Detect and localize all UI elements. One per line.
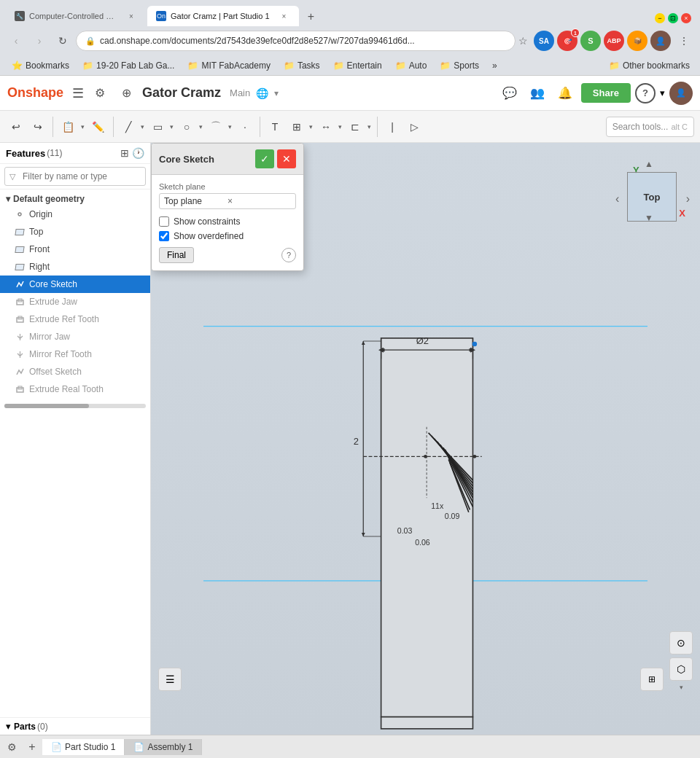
point-tool-button[interactable]: · [235, 115, 255, 138]
user-avatar[interactable]: 👤 [650, 31, 671, 51]
line-tool-arrow[interactable]: ▾ [139, 122, 146, 132]
feature-extrude-jaw[interactable]: Extrude Jaw [0, 293, 150, 310]
hamburger-menu-icon[interactable]: ☰ [72, 85, 84, 101]
profile-red-button[interactable]: 1 🎯 [557, 31, 578, 51]
cube-arrow-down[interactable]: ▼ [645, 213, 653, 223]
new-tab-button[interactable]: + [302, 7, 321, 26]
search-tools[interactable]: Search tools... alt C [606, 117, 694, 137]
maximize-button[interactable]: ⊡ [668, 13, 678, 23]
profile-ext-button[interactable]: 📦 [627, 31, 648, 51]
viewport[interactable]: Core Sketch ✓ ✕ Sketch plane Top plane ×… [151, 143, 700, 735]
undo-button[interactable]: ↩ [6, 115, 26, 138]
bookmark-mitfabacademy[interactable]: 📁 MIT FabAcademy [182, 59, 276, 72]
bottom-tab-partstudio[interactable]: 📄 Part Studio 1 [42, 739, 125, 755]
user-avatar-header[interactable]: 👤 [669, 82, 693, 105]
toggle-button[interactable]: ▷ [404, 115, 424, 138]
close-tab-cutting-icon[interactable]: × [125, 10, 137, 22]
text-tool-button[interactable]: T [265, 115, 285, 138]
people-button[interactable]: 👥 [526, 82, 549, 105]
forward-button[interactable]: › [29, 31, 50, 51]
chat-button[interactable]: 💬 [498, 82, 521, 105]
sketch-plane-input-row[interactable]: Top plane × [159, 193, 296, 209]
view-orient-button[interactable]: ⊙ [669, 631, 693, 655]
bottom-tab-assembly[interactable]: 📄 Assembly 1 [125, 739, 202, 755]
address-bar[interactable]: 🔒 cad.onshape.com/documents/2d7543de39ef… [76, 31, 516, 51]
back-button[interactable]: ‹ [6, 31, 26, 51]
cube-arrow-right[interactable]: › [686, 192, 690, 206]
feature-extrude-ref-tooth[interactable]: Extrude Ref Tooth [0, 310, 150, 328]
constraint-tool-button[interactable]: ⊏ [345, 115, 365, 138]
profile-abp-button[interactable]: ABP [604, 31, 624, 51]
feature-core-sketch[interactable]: Core Sketch [0, 276, 150, 293]
constraint-tool-arrow[interactable]: ▾ [366, 122, 373, 132]
bell-button[interactable]: 🔔 [553, 82, 577, 105]
clipboard-arrow[interactable]: ▾ [79, 122, 86, 132]
bookmark-entertain[interactable]: 📁 Entertain [327, 59, 388, 72]
cube-arrow-up[interactable]: ▲ [645, 159, 653, 169]
bookmark-more[interactable]: » [486, 59, 503, 72]
show-overdefined-checkbox[interactable] [159, 231, 169, 241]
rect-tool-button[interactable]: ▭ [147, 115, 168, 138]
arc-tool-button[interactable]: ⌒ [206, 115, 226, 138]
bookmark-fablab[interactable]: 📁 19-20 Fab Lab Ga... [77, 59, 180, 72]
sketch-button[interactable]: ✏️ [88, 115, 109, 138]
line-tool-button[interactable]: ╱ [118, 115, 139, 138]
clipboard-button[interactable]: 📋 [58, 115, 79, 138]
close-window-button[interactable]: × [681, 13, 691, 23]
feature-offset-sketch[interactable]: Offset Sketch [0, 363, 150, 380]
bookmark-auto[interactable]: 📁 Auto [389, 59, 433, 72]
view-mode-button[interactable]: ⬡ [669, 657, 693, 681]
transform-tool-button[interactable]: ⊞ [287, 115, 307, 138]
3d-view-button[interactable]: ⊞ [640, 668, 664, 691]
cube-arrow-left[interactable]: ‹ [615, 192, 619, 206]
dimension-tool-button[interactable]: ↔ [316, 115, 336, 138]
close-tab-partstudio-icon[interactable]: × [279, 10, 290, 22]
settings-button[interactable]: ⚙ [90, 83, 110, 103]
feature-extrude-real-tooth[interactable]: Extrude Real Tooth [0, 380, 150, 398]
profile-sa-button[interactable]: SA [534, 31, 554, 51]
minimize-button[interactable]: − [655, 13, 665, 23]
list-button[interactable]: ☰ [158, 668, 182, 691]
transform-tool-arrow[interactable]: ▾ [308, 122, 314, 132]
profile-s-button[interactable]: S [580, 31, 601, 51]
redo-button[interactable]: ↪ [28, 115, 48, 138]
filter-input[interactable] [18, 169, 141, 184]
expand-features-button[interactable]: ⊞ [120, 147, 129, 159]
circle-tool-arrow[interactable]: ▾ [198, 122, 204, 132]
clock-history-button[interactable]: 🕐 [132, 147, 144, 159]
dimension-tool-arrow[interactable]: ▾ [337, 122, 343, 132]
bottom-tab-settings-button[interactable]: ⚙ [1, 737, 22, 757]
dialog-cancel-button[interactable]: ✕ [277, 149, 296, 168]
tab-partstudio[interactable]: On Gator Cramz | Part Studio 1 × [147, 6, 299, 26]
circle-tool-button[interactable]: ○ [176, 115, 197, 138]
rect-tool-arrow[interactable]: ▾ [168, 122, 175, 132]
reload-button[interactable]: ↻ [52, 31, 73, 51]
dialog-help-icon[interactable]: ? [281, 248, 296, 262]
feature-top[interactable]: Top [0, 223, 150, 241]
more-options-button[interactable]: ⋮ [674, 31, 694, 51]
help-button[interactable]: ? [635, 83, 656, 103]
arc-tool-arrow[interactable]: ▾ [227, 122, 233, 132]
nav-cube[interactable]: Y X Top ‹ › ▲ ▼ [612, 150, 693, 230]
bookmark-star-icon[interactable]: ☆ [518, 35, 528, 47]
other-bookmarks[interactable]: 📁 Other bookmarks [604, 59, 694, 72]
feature-mirror-jaw[interactable]: Mirror Jaw [0, 328, 150, 345]
share-button[interactable]: Share [581, 83, 631, 103]
default-geometry-header[interactable]: ▾ Default geometry [0, 192, 150, 206]
feature-right[interactable]: Right [0, 258, 150, 276]
show-constraints-checkbox[interactable] [159, 216, 169, 227]
tab-cutting[interactable]: 🔧 Computer-Controlled Cutting... × [6, 6, 146, 26]
bookmark-sports[interactable]: 📁 Sports [434, 59, 485, 72]
bookmark-bookmarks[interactable]: ⭐ Bookmarks [6, 59, 75, 72]
final-button[interactable]: Final [159, 247, 194, 263]
sketch-plane-clear-icon[interactable]: × [228, 196, 291, 206]
add-tab-button[interactable]: + [22, 737, 42, 757]
feature-origin[interactable]: Origin [0, 206, 150, 223]
globe-icon[interactable]: 🌐 [256, 87, 268, 99]
dialog-confirm-button[interactable]: ✓ [255, 149, 274, 168]
feature-mirror-ref-tooth[interactable]: Mirror Ref Tooth [0, 345, 150, 363]
bookmark-tasks[interactable]: 📁 Tasks [278, 59, 326, 72]
parts-header[interactable]: ▾ Parts (0) [6, 721, 144, 732]
add-feature-button[interactable]: ⊕ [116, 83, 136, 103]
feature-front[interactable]: Front [0, 241, 150, 258]
